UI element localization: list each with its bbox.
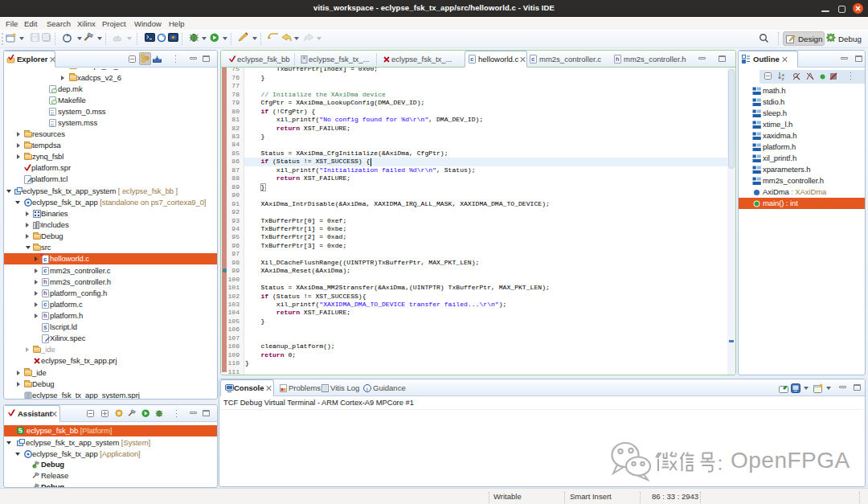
svg-text:i: i [366, 386, 368, 392]
svg-text:z: z [782, 76, 784, 80]
